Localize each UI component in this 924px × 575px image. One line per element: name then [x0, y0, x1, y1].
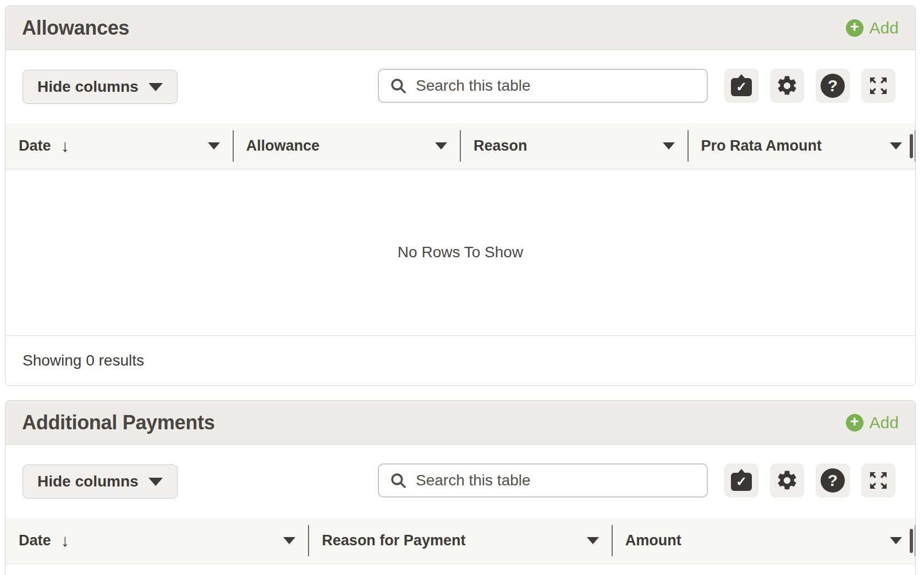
additional-payments-table-body — [6, 564, 915, 575]
panel-title: Additional Payments — [22, 411, 215, 434]
results-count: Showing 0 results — [23, 352, 144, 369]
expand-arrows-icon — [867, 469, 889, 491]
help-button[interactable]: ? — [816, 463, 850, 497]
table-action-buttons: ✓ ? — [724, 69, 895, 103]
hide-columns-label: Hide columns — [37, 78, 139, 96]
expand-button[interactable] — [861, 463, 895, 497]
column-header-date[interactable]: Date ↓ — [6, 518, 309, 563]
column-header-pro-rata-amount[interactable]: Pro Rata Amount — [688, 123, 916, 169]
allowances-panel: Allowances + Add Hide columns ✓ — [5, 5, 916, 386]
caret-down-icon — [148, 478, 163, 486]
hide-columns-button[interactable]: Hide columns — [23, 465, 178, 499]
search-input[interactable] — [416, 77, 697, 95]
column-label: Allowance — [246, 137, 320, 154]
additional-payments-panel: Additional Payments + Add Hide columns — [5, 400, 916, 575]
magnifier-icon — [389, 76, 408, 95]
hide-columns-button[interactable]: Hide columns — [23, 70, 178, 104]
scrollbar-thumb[interactable] — [910, 134, 913, 158]
arrow-down-icon: ↓ — [61, 532, 70, 549]
additional-payments-column-headers: Date ↓ Reason for Payment Amount — [6, 518, 915, 564]
add-button-label: Add — [870, 413, 899, 432]
column-header-allowance[interactable]: Allowance — [233, 123, 461, 169]
scrollbar-thumb[interactable] — [910, 529, 913, 553]
add-additional-payment-button[interactable]: + Add — [846, 413, 899, 432]
caret-down-icon[interactable] — [208, 142, 220, 150]
caret-down-icon[interactable] — [283, 537, 295, 544]
add-allowance-button[interactable]: + Add — [846, 19, 899, 37]
checkbox-check-icon: ✓ — [731, 473, 752, 491]
caret-down-icon[interactable] — [890, 537, 902, 544]
arrow-down-icon: ↓ — [61, 137, 70, 154]
column-header-reason-for-payment[interactable]: Reason for Payment — [309, 518, 612, 563]
caret-down-icon[interactable] — [663, 142, 675, 150]
magnifier-icon — [389, 471, 408, 490]
help-button[interactable]: ? — [816, 69, 850, 103]
expand-button[interactable] — [861, 69, 895, 103]
validate-button[interactable]: ✓ — [724, 69, 758, 103]
validate-button[interactable]: ✓ — [724, 463, 758, 497]
settings-button[interactable] — [770, 69, 804, 103]
search-input[interactable] — [416, 472, 697, 489]
additional-payments-toolbar: Hide columns ✓ — [6, 445, 915, 518]
expand-arrows-icon — [867, 75, 889, 97]
column-label: Reason — [474, 137, 527, 154]
column-label: Reason for Payment — [322, 532, 465, 549]
allowances-toolbar: Hide columns ✓ — [6, 50, 915, 123]
settings-button[interactable] — [770, 463, 804, 497]
column-header-reason[interactable]: Reason — [460, 123, 688, 169]
allowances-column-headers: Date ↓ Allowance Reason Pro Rata Amount — [6, 123, 915, 169]
gear-icon — [776, 74, 799, 97]
allowances-table-footer: Showing 0 results — [6, 335, 915, 385]
caret-down-icon[interactable] — [587, 537, 599, 544]
checkbox-check-icon: ✓ — [731, 78, 752, 96]
additional-payments-header: Additional Payments + Add — [6, 401, 915, 445]
allowances-header: Allowances + Add — [6, 6, 915, 50]
caret-down-icon — [148, 83, 163, 91]
empty-state-text: No Rows To Show — [398, 244, 523, 261]
column-label: Pro Rata Amount — [701, 137, 822, 154]
column-label: Date — [19, 137, 51, 154]
table-search — [378, 69, 708, 103]
table-search — [378, 463, 708, 497]
caret-down-icon[interactable] — [890, 142, 902, 150]
column-header-date[interactable]: Date ↓ — [6, 123, 233, 169]
add-button-label: Add — [870, 19, 899, 37]
plus-circle-icon: + — [846, 19, 864, 37]
allowances-table-body: No Rows To Show — [6, 169, 915, 335]
hide-columns-label: Hide columns — [37, 473, 139, 490]
panel-title: Allowances — [22, 16, 129, 40]
column-label: Amount — [625, 532, 681, 549]
page: Allowances + Add Hide columns ✓ — [0, 0, 924, 575]
column-label: Date — [19, 532, 51, 549]
column-header-amount[interactable]: Amount — [612, 518, 915, 563]
question-circle-icon: ? — [821, 74, 845, 98]
gear-icon — [776, 469, 799, 492]
caret-down-icon[interactable] — [435, 142, 447, 150]
plus-circle-icon: + — [846, 414, 864, 432]
question-circle-icon: ? — [821, 468, 845, 493]
table-action-buttons: ✓ ? — [724, 463, 895, 497]
